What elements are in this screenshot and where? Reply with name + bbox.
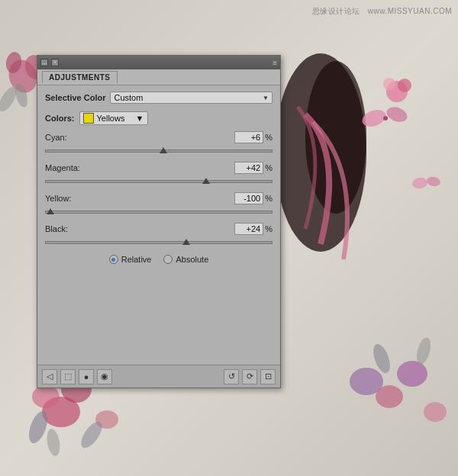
panel-bottom-area xyxy=(37,273,280,365)
magenta-label: Magenta: xyxy=(45,163,80,172)
adjustments-panel: — ✕ ≡ ADJUSTMENTS Selective Color Custom… xyxy=(37,55,281,388)
cyan-value-input[interactable] xyxy=(234,131,263,143)
absolute-radio-item[interactable]: Absolute xyxy=(163,255,208,264)
panel-toolbar: ◁ ⬚ ● ◉ ↺ ⟳ ⊡ xyxy=(37,365,280,388)
toolbar-delete-btn[interactable]: ⊡ xyxy=(260,369,276,384)
yellow-unit: % xyxy=(265,194,273,203)
black-header: Black: % xyxy=(45,223,273,235)
selective-color-row: Selective Color Custom ▼ xyxy=(45,92,273,104)
absolute-radio-label: Absolute xyxy=(176,255,208,264)
colors-row: Colors: Yellows ▼ xyxy=(45,111,273,125)
panel-menu-icon[interactable]: ≡ xyxy=(273,59,277,67)
black-thumb[interactable] xyxy=(182,239,190,245)
yellow-label: Yellow: xyxy=(45,194,71,203)
yellow-thumb[interactable] xyxy=(47,208,54,214)
selected-color: Yellows xyxy=(97,114,125,123)
panel-header: ADJUSTMENTS xyxy=(37,69,280,85)
cyan-header: Cyan: % xyxy=(45,131,273,143)
colors-dropdown-arrow: ▼ xyxy=(136,114,144,123)
colors-label: Colors: xyxy=(45,114,75,123)
toolbar-left: ◁ ⬚ ● ◉ xyxy=(42,369,112,384)
black-slider-section: Black: % xyxy=(45,223,273,249)
panel-body: Selective Color Custom ▼ Colors: Yellows… xyxy=(37,85,280,273)
black-track xyxy=(45,241,273,244)
black-value-unit: % xyxy=(234,223,273,235)
relative-radio-label: Relative xyxy=(121,255,152,264)
black-track-container[interactable] xyxy=(45,236,273,249)
preset-dropdown-arrow: ▼ xyxy=(263,95,269,101)
colors-dropdown[interactable]: Yellows ▼ xyxy=(79,111,148,125)
watermark-text1: 思缘设计论坛 xyxy=(312,7,360,15)
preset-dropdown[interactable]: Custom ▼ xyxy=(110,92,273,104)
magenta-track-container[interactable] xyxy=(45,175,273,188)
toolbar-reset-btn[interactable]: ↺ xyxy=(224,369,239,384)
yellow-track xyxy=(45,211,273,214)
magenta-slider-section: Magenta: % xyxy=(45,162,273,188)
cyan-label: Cyan: xyxy=(45,133,67,142)
relative-radio-item[interactable]: Relative xyxy=(109,255,152,264)
yellow-slider-section: Yellow: % xyxy=(45,192,273,218)
watermark-text2: www.MISSYUAN.COM xyxy=(368,7,452,15)
titlebar-buttons: — ✕ xyxy=(40,59,59,66)
cyan-slider-section: Cyan: % xyxy=(45,131,273,157)
toolbar-right: ↺ ⟳ ⊡ xyxy=(224,369,276,384)
cyan-value-unit: % xyxy=(234,131,273,143)
magenta-track xyxy=(45,180,273,183)
black-value-input[interactable] xyxy=(234,223,263,235)
magenta-value-unit: % xyxy=(234,162,273,174)
magenta-value-input[interactable] xyxy=(234,162,263,174)
yellow-track-container[interactable] xyxy=(45,206,273,218)
cyan-unit: % xyxy=(265,133,273,142)
cyan-track xyxy=(45,150,273,153)
magenta-unit: % xyxy=(265,163,273,172)
preset-value: Custom xyxy=(114,93,143,102)
selective-color-label: Selective Color xyxy=(45,93,105,102)
black-unit: % xyxy=(265,224,273,233)
black-label: Black: xyxy=(45,224,68,233)
panel-collapse-btn[interactable]: — xyxy=(40,59,48,66)
toolbar-circle-btn[interactable]: ● xyxy=(79,369,94,384)
toolbar-clip-btn[interactable]: ⬚ xyxy=(60,369,76,384)
adjustments-tab[interactable]: ADJUSTMENTS xyxy=(42,71,118,83)
yellow-value-unit: % xyxy=(234,192,273,204)
toolbar-eye-btn[interactable]: ◉ xyxy=(97,369,112,384)
radio-row: Relative Absolute xyxy=(45,255,273,264)
absolute-radio-dot[interactable] xyxy=(163,255,173,264)
magenta-header: Magenta: % xyxy=(45,162,273,174)
panel-titlebar: — ✕ ≡ xyxy=(37,56,280,69)
cyan-track-container[interactable] xyxy=(45,145,273,157)
panel-close-btn[interactable]: ✕ xyxy=(51,59,59,66)
yellow-header: Yellow: % xyxy=(45,192,273,204)
color-swatch xyxy=(83,113,94,124)
toolbar-refresh-btn[interactable]: ⟳ xyxy=(242,369,257,384)
toolbar-back-btn[interactable]: ◁ xyxy=(42,369,57,384)
cyan-thumb[interactable] xyxy=(160,147,167,153)
yellow-value-input[interactable] xyxy=(234,192,263,204)
relative-radio-dot[interactable] xyxy=(109,255,118,264)
magenta-thumb[interactable] xyxy=(202,178,210,184)
watermark: 思缘设计论坛 www.MISSYUAN.COM xyxy=(312,6,452,17)
